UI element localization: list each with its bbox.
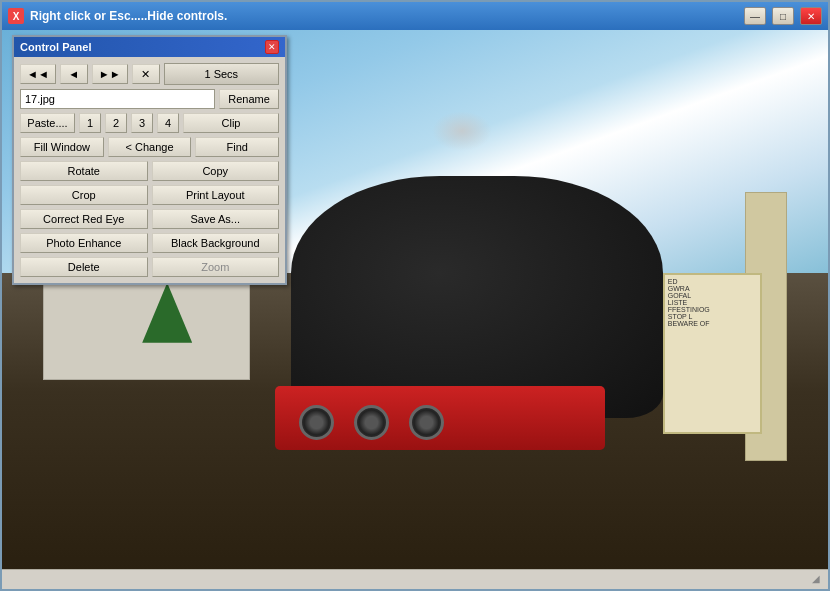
- sign-line-6: STOP L: [668, 313, 757, 320]
- paste-button[interactable]: Paste....: [20, 113, 75, 133]
- num2-button[interactable]: 2: [105, 113, 127, 133]
- num1-button[interactable]: 1: [79, 113, 101, 133]
- main-window: X Right click or Esc.....Hide controls. …: [0, 0, 830, 591]
- next-button[interactable]: ►►: [92, 64, 128, 84]
- panel-content: ◄◄ ◄ ►► ✕ 1 Secs Rename Paste.... 1 2 3: [14, 57, 285, 283]
- smoke: [432, 111, 492, 151]
- sign-line-1: ED: [668, 278, 757, 285]
- wheel-2: [354, 405, 389, 440]
- black-background-button[interactable]: Black Background: [152, 233, 280, 253]
- delete-row: Delete Zoom: [20, 257, 279, 277]
- sign-line-5: FFESTINIOG: [668, 306, 757, 313]
- wheel-3: [409, 405, 444, 440]
- sign: ED GWRA GOFAL LISTE FFESTINIOG STOP L BE…: [663, 273, 762, 435]
- wheel-1: [299, 405, 334, 440]
- paste-row: Paste.... 1 2 3 4 Clip: [20, 113, 279, 133]
- filename-input[interactable]: [20, 89, 215, 109]
- fill-row: Fill Window < Change Find: [20, 137, 279, 157]
- train-body: [291, 176, 663, 419]
- title-bar: X Right click or Esc.....Hide controls. …: [2, 2, 828, 30]
- filename-row: Rename: [20, 89, 279, 109]
- clip-button[interactable]: Clip: [183, 113, 279, 133]
- control-panel: Control Panel ✕ ◄◄ ◄ ►► ✕ 1 Secs Rename: [12, 35, 287, 285]
- rename-button[interactable]: Rename: [219, 89, 279, 109]
- close-button[interactable]: ✕: [800, 7, 822, 25]
- app-icon: X: [8, 8, 24, 24]
- train-wheels: [299, 405, 444, 440]
- minimize-button[interactable]: —: [744, 7, 766, 25]
- redeye-row: Correct Red Eye Save As...: [20, 209, 279, 229]
- crop-row: Crop Print Layout: [20, 185, 279, 205]
- sign-line-7: BEWARE OF: [668, 320, 757, 327]
- window-title: Right click or Esc.....Hide controls.: [30, 9, 738, 23]
- status-bar: ◢: [2, 569, 828, 589]
- num3-button[interactable]: 3: [131, 113, 153, 133]
- secs-button[interactable]: 1 Secs: [164, 63, 279, 85]
- num4-button[interactable]: 4: [157, 113, 179, 133]
- photo-enhance-button[interactable]: Photo Enhance: [20, 233, 148, 253]
- sign-line-4: LISTE: [668, 299, 757, 306]
- prev-prev-button[interactable]: ◄◄: [20, 64, 56, 84]
- rotate-copy-row: Rotate Copy: [20, 161, 279, 181]
- panel-title: Control Panel: [20, 41, 261, 53]
- copy-button[interactable]: Copy: [152, 161, 280, 181]
- panel-titlebar: Control Panel ✕: [14, 37, 285, 57]
- maximize-button[interactable]: □: [772, 7, 794, 25]
- print-layout-button[interactable]: Print Layout: [152, 185, 280, 205]
- nav-close-button[interactable]: ✕: [132, 64, 160, 84]
- rotate-button[interactable]: Rotate: [20, 161, 148, 181]
- crop-button[interactable]: Crop: [20, 185, 148, 205]
- resize-grip: ◢: [812, 573, 826, 587]
- enhance-row: Photo Enhance Black Background: [20, 233, 279, 253]
- prev-button[interactable]: ◄: [60, 64, 88, 84]
- sign-line-2: GWRA: [668, 285, 757, 292]
- panel-close-button[interactable]: ✕: [265, 40, 279, 54]
- change-button[interactable]: < Change: [108, 137, 192, 157]
- find-button[interactable]: Find: [195, 137, 279, 157]
- delete-button[interactable]: Delete: [20, 257, 148, 277]
- content-area: ED GWRA GOFAL LISTE FFESTINIOG STOP L BE…: [2, 30, 828, 569]
- zoom-button[interactable]: Zoom: [152, 257, 280, 277]
- correct-red-eye-button[interactable]: Correct Red Eye: [20, 209, 148, 229]
- fill-window-button[interactable]: Fill Window: [20, 137, 104, 157]
- nav-row: ◄◄ ◄ ►► ✕ 1 Secs: [20, 63, 279, 85]
- save-as-button[interactable]: Save As...: [152, 209, 280, 229]
- sign-line-3: GOFAL: [668, 292, 757, 299]
